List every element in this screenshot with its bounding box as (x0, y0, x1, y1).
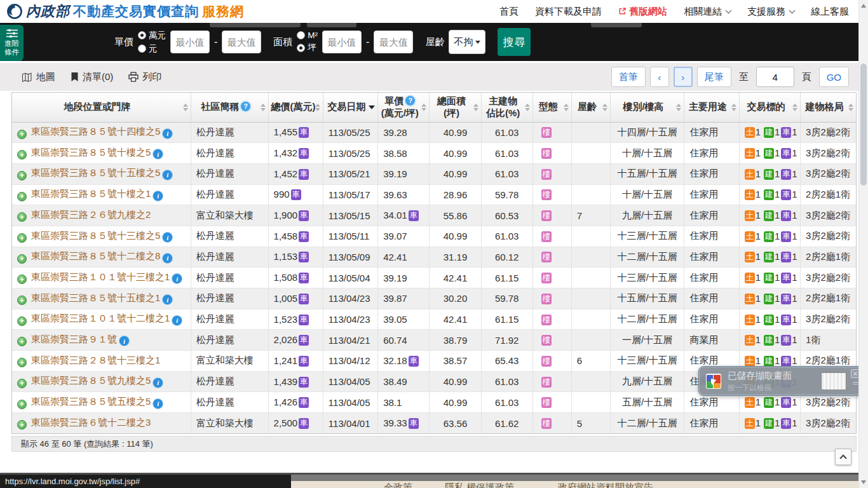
sort-icon[interactable] (261, 104, 266, 111)
help-icon[interactable]: ? (405, 96, 415, 105)
info-icon[interactable]: i (163, 170, 172, 180)
advanced-filter-button[interactable]: 進階條件 (0, 25, 24, 61)
sort-icon[interactable] (183, 104, 188, 111)
sort-icon[interactable] (315, 104, 320, 111)
expand-plus-icon[interactable]: + (17, 130, 27, 139)
table-row[interactable]: +東區崇賢三路６號十二樓之3 富立和築大樓 2,500車 113/04/01 3… (12, 413, 856, 434)
prev-page-button[interactable]: ‹ (650, 67, 669, 87)
sort-icon[interactable] (792, 104, 797, 111)
scroll-top-button[interactable] (835, 449, 851, 465)
table-row[interactable]: +東區崇賢三路１０１號十三樓之1i 松丹達麗 1,508車 113/05/04 … (12, 268, 856, 288)
column-header[interactable]: 屋齡 (571, 93, 610, 122)
address-link[interactable]: 東區崇賢三路８５號十樓之5 (31, 147, 151, 158)
column-header[interactable]: 主要用途 (684, 93, 739, 122)
address-link[interactable]: 東區崇賢三路８５號十五樓之1 (31, 292, 160, 303)
sort-icon[interactable] (525, 104, 530, 111)
page-number-input[interactable] (756, 67, 794, 87)
address-link[interactable]: 東區崇賢三路１０１號十二樓之1 (31, 313, 170, 323)
help-icon[interactable]: ? (241, 102, 250, 111)
unit-price-radio[interactable]: 萬元 (138, 30, 166, 41)
go-button[interactable]: GO (819, 67, 849, 87)
column-header[interactable]: 型態 (532, 93, 571, 122)
expand-plus-icon[interactable]: + (17, 254, 27, 264)
address-link[interactable]: 東區崇賢三路１０１號十三樓之1 (31, 271, 170, 282)
column-header[interactable]: 地段位置或門牌 (12, 93, 191, 122)
address-link[interactable]: 東區崇賢三路２６號九樓之2 (31, 209, 151, 220)
sort-icon[interactable] (676, 104, 681, 111)
nav-item[interactable]: 首頁 (499, 6, 519, 18)
info-icon[interactable]: i (163, 295, 172, 304)
address-link[interactable]: 東區崇賢三路８５號十三樓之5 (31, 230, 160, 241)
column-header[interactable]: 樓別/樓高 (610, 93, 684, 122)
unit-price-min-input[interactable] (170, 30, 210, 53)
next-page-button[interactable]: › (674, 67, 693, 87)
print-button[interactable]: 列印 (128, 71, 161, 83)
table-row[interactable]: +東區崇賢三路８５號十樓之5i 松丹達麗 1,432車 113/05/25 38… (12, 143, 856, 164)
area-radio[interactable]: 坪 (297, 42, 318, 53)
address-link[interactable]: 東區崇賢三路９１號 (31, 334, 117, 344)
address-link[interactable]: 東區崇賢三路８５號十四樓之5 (31, 126, 160, 137)
address-link[interactable]: 東區崇賢三路８５號十二樓之8 (31, 250, 160, 261)
info-icon[interactable]: i (163, 233, 172, 242)
age-select[interactable]: 不拘 (449, 30, 485, 54)
footer-link[interactable]: 全政策 (384, 482, 412, 488)
address-link[interactable]: 東區崇賢三路８５號十五樓之5 (31, 167, 160, 178)
area-max-input[interactable] (374, 30, 413, 53)
sort-icon[interactable] (731, 104, 736, 111)
map-button[interactable]: 地圖 (22, 71, 55, 83)
sort-icon[interactable] (564, 104, 569, 111)
site-logo[interactable]: 內政部 不動產交易實價查詢 服務網 (6, 2, 244, 21)
info-icon[interactable]: i (153, 399, 163, 409)
info-icon[interactable]: i (153, 191, 163, 201)
expand-plus-icon[interactable]: + (17, 274, 27, 284)
table-row[interactable]: +東區崇賢三路８５號十二樓之8i 松丹達麗 1,153車 113/05/09 4… (12, 247, 856, 268)
address-link[interactable]: 東區崇賢三路６號十二樓之3 (31, 417, 151, 428)
sort-icon[interactable] (421, 104, 426, 111)
column-header[interactable]: 總面積(坪) (430, 93, 481, 122)
unit-price-max-input[interactable] (222, 30, 261, 53)
expand-plus-icon[interactable]: + (17, 358, 27, 367)
address-link[interactable]: 東區崇賢三路８５號五樓之5 (31, 396, 151, 407)
info-icon[interactable]: i (172, 316, 182, 325)
column-header[interactable]: 主建物佔比(%) (481, 93, 532, 122)
scrollbar-thumb[interactable] (860, 64, 867, 186)
table-row[interactable]: +東區崇賢三路８５號十三樓之5i 松丹達麗 1,458車 113/05/11 3… (12, 226, 856, 247)
column-header[interactable]: 建物格局 (801, 93, 856, 122)
last-page-button[interactable]: 尾筆 (697, 67, 731, 87)
expand-plus-icon[interactable]: + (17, 400, 27, 409)
sort-desc-icon[interactable] (369, 105, 375, 109)
sort-icon[interactable] (602, 104, 607, 111)
table-row[interactable]: +東區崇賢三路８５號十四樓之5i 松丹達麗 1,455車 113/05/25 3… (12, 122, 856, 143)
first-page-button[interactable]: 首筆 (611, 67, 646, 87)
expand-plus-icon[interactable]: + (17, 192, 27, 201)
info-icon[interactable]: i (153, 149, 163, 159)
unit-price-radio[interactable]: 元 (138, 43, 166, 55)
expand-plus-icon[interactable]: + (17, 316, 27, 326)
footer-link[interactable]: 政府網站資料開放宣告 (558, 482, 653, 488)
table-row[interactable]: +東區崇賢三路９１號i 松丹達麗 2,026車 113/04/21 60.74 … (12, 330, 856, 351)
area-min-input[interactable] (322, 30, 362, 53)
column-header[interactable]: 交易日期 (323, 93, 377, 122)
table-row[interactable]: +東區崇賢三路１０１號十二樓之1i 松丹達麗 1,523車 113/04/23 … (12, 309, 856, 330)
expand-plus-icon[interactable]: + (17, 337, 27, 346)
page-scrollbar[interactable] (858, 0, 868, 488)
table-row[interactable]: +東區崇賢三路２６號九樓之2 富立和築大樓 1,900車 113/05/15 3… (12, 205, 856, 226)
address-link[interactable]: 東區崇賢三路８５號九樓之5 (31, 375, 151, 386)
scrollbar-up-icon[interactable] (861, 4, 866, 8)
column-header[interactable]: 總價(萬元) (268, 93, 323, 122)
column-header[interactable]: 社區簡稱? (191, 93, 268, 122)
info-icon[interactable]: i (163, 129, 172, 139)
info-icon[interactable]: i (119, 336, 129, 346)
expand-plus-icon[interactable]: + (17, 171, 27, 180)
screenshot-thumbnail[interactable] (821, 372, 846, 390)
sort-icon[interactable] (848, 104, 853, 111)
expand-plus-icon[interactable]: + (17, 379, 27, 388)
area-radio[interactable]: M² (297, 30, 318, 40)
nav-item[interactable]: 舊版網站 (618, 6, 667, 18)
search-button[interactable]: 搜尋 (498, 28, 531, 56)
expand-plus-icon[interactable]: + (17, 295, 27, 305)
scrollbar-down-icon[interactable] (861, 480, 866, 484)
expand-plus-icon[interactable]: + (17, 212, 27, 222)
table-row[interactable]: +東區崇賢三路８５號十五樓之1i 松丹達麗 1,005車 113/04/23 3… (12, 288, 856, 309)
nav-item[interactable]: 資料下載及申請 (535, 6, 602, 18)
